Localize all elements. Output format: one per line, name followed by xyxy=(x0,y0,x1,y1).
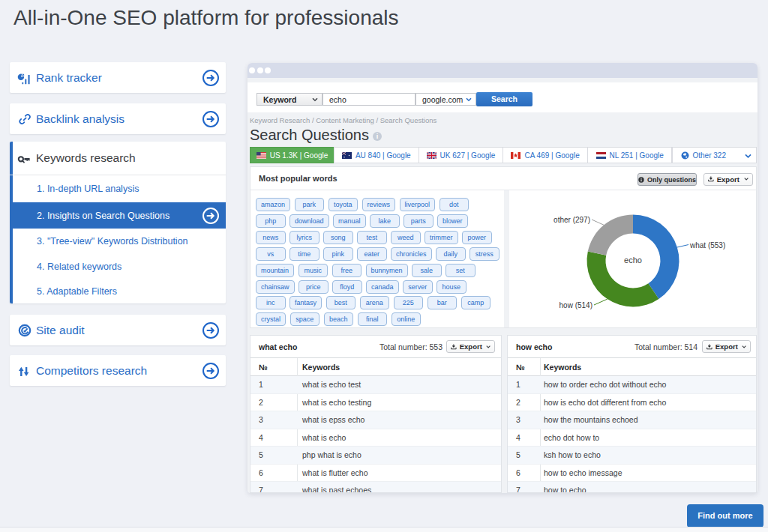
svg-text:how (514): how (514) xyxy=(560,301,592,309)
svg-text:other (297): other (297) xyxy=(554,216,590,224)
svg-text:echo: echo xyxy=(624,256,642,265)
svg-text:what (553): what (553) xyxy=(689,241,725,250)
